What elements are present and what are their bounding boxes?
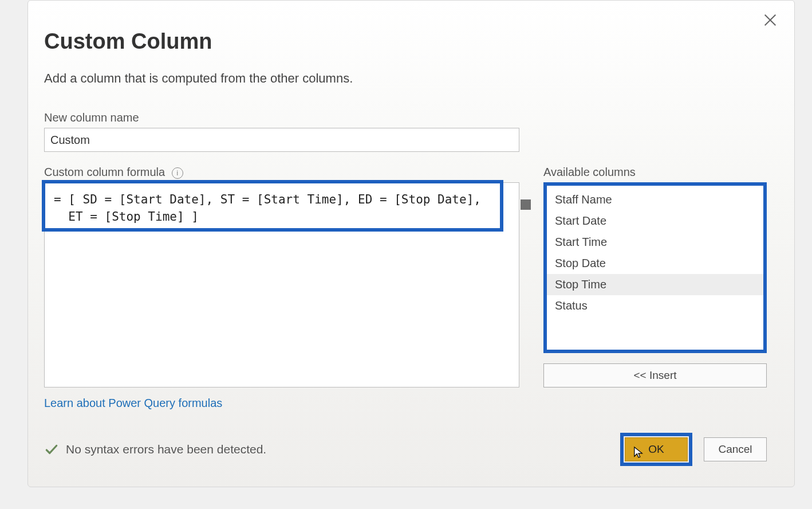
insert-button[interactable]: << Insert [543,363,767,387]
learn-link[interactable]: Learn about Power Query formulas [44,397,519,410]
info-icon[interactable]: i [172,167,183,179]
column-item[interactable]: Stop Date [547,253,763,274]
ok-button-label: OK [648,443,664,455]
column-item[interactable]: Stop Time [547,274,763,295]
scrollbar-thumb[interactable] [521,199,531,210]
column-item[interactable]: Staff Name [547,189,763,210]
column-item[interactable]: Status [547,295,763,316]
cancel-button[interactable]: Cancel [704,437,767,461]
column-item[interactable]: Start Time [547,232,763,253]
custom-column-dialog: Custom Column Add a column that is compu… [27,0,795,487]
close-icon[interactable] [762,12,778,28]
ok-button[interactable]: OK [625,437,688,461]
cursor-icon [633,446,644,459]
column-item[interactable]: Start Date [547,210,763,232]
dialog-title: Custom Column [44,29,767,54]
new-column-name-label: New column name [44,111,767,124]
available-columns-label: Available columns [543,166,767,179]
status-area: No syntax errors have been detected. [44,442,266,457]
formula-input[interactable] [44,182,519,387]
status-text: No syntax errors have been detected. [66,443,266,456]
new-column-name-input[interactable] [44,128,519,152]
formula-label-text: Custom column formula [44,166,165,178]
dialog-subtitle: Add a column that is computed from the o… [44,71,767,86]
formula-label: Custom column formula i [44,166,519,179]
annotation-box-ok: OK [620,433,692,466]
available-columns-list[interactable]: Staff NameStart DateStart TimeStop DateS… [543,182,767,353]
check-icon [44,442,59,457]
